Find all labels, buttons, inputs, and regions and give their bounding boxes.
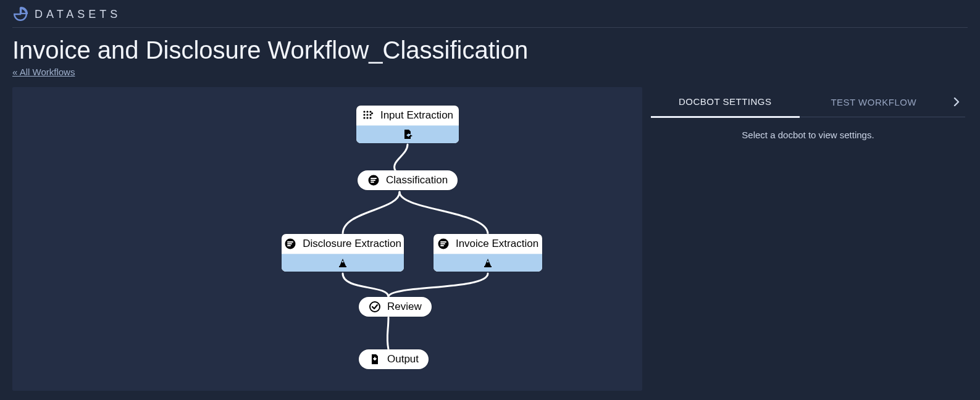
circle-lines-icon	[437, 238, 450, 250]
svg-point-8	[369, 117, 371, 119]
page-title: Invoice and Disclosure Workflow_Classifi…	[12, 36, 968, 64]
tab-test-workflow[interactable]: TEST WORKFLOW	[800, 87, 949, 117]
chevron-right-icon	[953, 98, 960, 106]
svg-point-26	[370, 302, 380, 312]
panel-empty-message: Select a docbot to view settings.	[651, 117, 965, 152]
wizard-icon	[482, 257, 494, 269]
svg-point-9	[371, 112, 373, 114]
svg-point-3	[363, 114, 365, 115]
back-to-workflows-link[interactable]: « All Workflows	[12, 67, 75, 77]
check-circle-icon	[369, 301, 381, 313]
node-review[interactable]: Review	[359, 297, 432, 317]
node-label: Disclosure Extraction	[303, 238, 401, 250]
brand-name: DATASETS	[35, 8, 121, 21]
file-export-icon	[401, 128, 414, 141]
brand-pie-icon	[12, 6, 28, 22]
svg-point-0	[363, 110, 365, 112]
workflow-canvas[interactable]: Input Extraction Classification	[12, 87, 642, 391]
svg-point-25	[487, 261, 489, 263]
node-classification[interactable]: Classification	[358, 170, 458, 190]
svg-point-7	[366, 117, 368, 119]
svg-point-19	[342, 261, 344, 263]
file-download-icon	[369, 353, 381, 365]
panel-expand-button[interactable]	[948, 98, 965, 106]
svg-point-5	[369, 114, 371, 115]
svg-rect-18	[339, 266, 346, 267]
node-label: Input Extraction	[380, 109, 453, 122]
header-divider	[12, 27, 968, 28]
wizard-icon	[337, 257, 349, 269]
node-input-extraction[interactable]: Input Extraction	[356, 106, 459, 143]
svg-point-4	[366, 114, 368, 115]
node-label: Invoice Extraction	[456, 238, 538, 250]
panel-tabs: DOCBOT SETTINGS TEST WORKFLOW	[651, 87, 965, 117]
svg-point-2	[369, 110, 371, 112]
node-label: Review	[387, 301, 422, 313]
svg-point-6	[363, 117, 365, 119]
tab-docbot-settings[interactable]: DOCBOT SETTINGS	[651, 86, 800, 118]
node-invoice-extraction[interactable]: Invoice Extraction	[433, 234, 542, 272]
node-output[interactable]: Output	[359, 349, 429, 369]
node-disclosure-extraction[interactable]: Disclosure Extraction	[282, 234, 404, 272]
settings-panel: DOCBOT SETTINGS TEST WORKFLOW Select a d…	[642, 87, 968, 391]
dots-grid-icon	[362, 109, 374, 122]
node-label: Classification	[386, 174, 448, 186]
circle-lines-icon	[284, 238, 296, 250]
node-label: Output	[387, 353, 419, 365]
svg-rect-24	[484, 266, 492, 267]
svg-point-1	[366, 110, 368, 112]
brand-header: DATASETS	[12, 0, 968, 27]
circle-lines-icon	[367, 174, 380, 186]
